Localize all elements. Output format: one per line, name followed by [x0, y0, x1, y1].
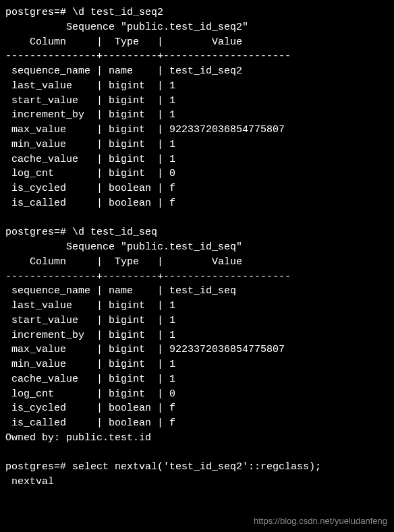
seq-title-1: Sequence "public.test_id_seq2" [5, 20, 389, 35]
prompt-line-2[interactable]: postgres=# \d test_id_seq [5, 225, 389, 240]
table-row: is_called | boolean | f [5, 416, 389, 431]
owned-by-line: Owned by: public.test.id [5, 431, 389, 446]
table-sep-1: ---------------+---------+--------------… [5, 49, 389, 64]
prompt-line-1[interactable]: postgres=# \d test_id_seq2 [5, 5, 389, 20]
result-header: nextval [5, 475, 389, 490]
terminal-output: postgres=# \d test_id_seq2 Sequence "pub… [5, 5, 389, 490]
table-row: is_cycled | boolean | f [5, 181, 389, 196]
blank-line [5, 211, 389, 226]
table-row: last_value | bigint | 1 [5, 299, 389, 314]
table-row: min_value | bigint | 1 [5, 357, 389, 372]
table-header-2: Column | Type | Value [5, 255, 389, 270]
table-row: cache_value | bigint | 1 [5, 372, 389, 387]
table-row: start_value | bigint | 1 [5, 94, 389, 109]
blank-line [5, 446, 389, 461]
table-row: is_cycled | boolean | f [5, 401, 389, 416]
table-row: is_called | boolean | f [5, 196, 389, 211]
seq-title-2: Sequence "public.test_id_seq" [5, 240, 389, 255]
watermark-text: https://blog.csdn.net/yueludanfeng [254, 515, 387, 528]
table-row: increment_by | bigint | 1 [5, 108, 389, 123]
table-row: start_value | bigint | 1 [5, 314, 389, 328]
table-row: log_cnt | bigint | 0 [5, 167, 389, 181]
table-sep-2: ---------------+---------+--------------… [5, 270, 389, 285]
table-row: max_value | bigint | 9223372036854775807 [5, 123, 389, 138]
table-row: cache_value | bigint | 1 [5, 152, 389, 167]
table-row: max_value | bigint | 9223372036854775807 [5, 343, 389, 357]
table-row: last_value | bigint | 1 [5, 79, 389, 94]
table-row: log_cnt | bigint | 0 [5, 387, 389, 402]
table-header-1: Column | Type | Value [5, 35, 389, 50]
table-row: increment_by | bigint | 1 [5, 328, 389, 343]
table-row: sequence_name | name | test_id_seq [5, 284, 389, 299]
table-row: sequence_name | name | test_id_seq2 [5, 64, 389, 79]
prompt-line-3[interactable]: postgres=# select nextval('test_id_seq2'… [5, 460, 389, 475]
table-row: min_value | bigint | 1 [5, 138, 389, 152]
